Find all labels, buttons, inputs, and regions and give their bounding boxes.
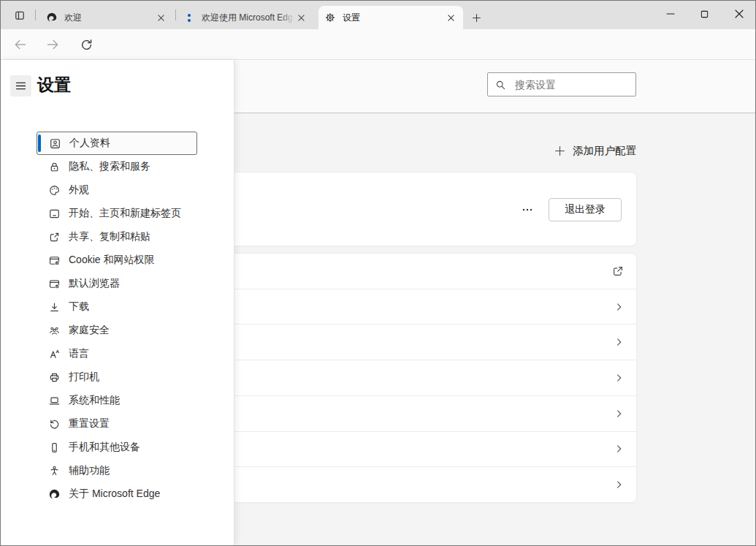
sidebar-item-accessibility[interactable]: 辅助功能 (37, 459, 197, 482)
sidebar-item-downloads[interactable]: 下载 (37, 295, 197, 319)
back-button[interactable] (10, 34, 31, 55)
browser-toolbar: Edge edge://settings/profiles (0, 29, 756, 60)
settings-search-box[interactable] (487, 72, 636, 96)
sidebar-item-privacy[interactable]: 隐私、搜索和服务 (37, 155, 197, 178)
tab-welcome-edge[interactable]: 欢迎使用 Microsoft Edg (177, 6, 313, 29)
sidebar-item-share[interactable]: 共享、复制和粘贴 (37, 225, 197, 249)
accessibility-icon (48, 465, 61, 477)
refresh-icon (80, 38, 93, 52)
sidebar-title: 设置 (37, 74, 71, 96)
layout-icon (48, 208, 61, 220)
title-fade (280, 12, 294, 24)
palette-icon (48, 184, 61, 197)
tab-title: 设置 (343, 12, 444, 24)
tab-bar: 欢迎 欢迎使用 Microsoft Edg 设置 (0, 0, 756, 29)
hamburger-icon (15, 80, 27, 92)
minimize-button[interactable] (653, 0, 687, 28)
chevron-right-icon (614, 337, 625, 348)
window-controls (653, 0, 756, 29)
plus-icon (554, 145, 566, 157)
external-link-icon (611, 265, 625, 278)
printer-icon (48, 371, 61, 384)
search-icon (495, 79, 506, 91)
settings-sidebar: 设置 个人资料 隐私、搜索和服务 外观 开始、主页和新建标签 (0, 60, 234, 546)
close-tab-icon[interactable] (294, 11, 308, 24)
selected-accent-bar (38, 134, 41, 152)
tab-separator (35, 10, 36, 20)
phone-icon (48, 441, 61, 454)
sidebar-item-languages[interactable]: 语言 (37, 342, 197, 365)
add-profile-button[interactable]: 添加用户配置 (554, 141, 636, 160)
sidebar-item-profiles[interactable]: 个人资料 (37, 132, 197, 155)
sidebar-item-about[interactable]: 关于 Microsoft Edge (37, 482, 197, 506)
sidebar-item-system[interactable]: 系统和性能 (37, 389, 197, 412)
refresh-button[interactable] (76, 34, 96, 55)
laptop-icon (48, 395, 61, 407)
translate-icon (48, 348, 61, 360)
menu-toggle-button[interactable] (10, 75, 31, 96)
minimize-icon (666, 10, 675, 18)
sidebar-item-printers[interactable]: 打印机 (37, 365, 197, 389)
settings-page: 添加用户配置 退出登录 (0, 60, 756, 546)
forward-icon (45, 37, 60, 52)
family-icon (48, 325, 61, 337)
chevron-right-icon (614, 479, 625, 490)
sidebar-item-appearance[interactable]: 外观 (37, 178, 197, 202)
more-icon (521, 203, 534, 216)
maximize-button[interactable] (687, 0, 722, 28)
chevron-right-icon (614, 408, 625, 419)
sidebar-item-family[interactable]: 家庭安全 (37, 319, 197, 342)
search-input[interactable] (513, 78, 629, 91)
chevron-right-icon (614, 444, 625, 455)
reset-icon (48, 418, 61, 431)
blue-dots-favicon (183, 12, 195, 23)
profile-card-icon (49, 137, 61, 150)
close-window-button[interactable] (722, 0, 756, 28)
new-tab-button[interactable] (466, 7, 486, 28)
back-icon (13, 37, 28, 52)
sidebar-item-cookies[interactable]: Cookie 和网站权限 (37, 249, 197, 272)
tab-settings[interactable]: 设置 (318, 6, 463, 29)
sidebar-item-start-home[interactable]: 开始、主页和新建标签页 (37, 202, 197, 225)
new-tab-icon (471, 12, 482, 23)
close-icon (735, 10, 744, 18)
sign-out-button[interactable]: 退出登录 (549, 198, 622, 221)
sidebar-item-reset[interactable]: 重置设置 (37, 412, 197, 436)
download-icon (48, 301, 61, 314)
tab-title: 欢迎 (64, 12, 154, 24)
sidebar-item-phone-devices[interactable]: 手机和其他设备 (37, 436, 197, 459)
tab-actions-icon (13, 9, 26, 22)
tab-separator (175, 10, 176, 20)
gear-icon (324, 12, 336, 23)
lock-icon (48, 161, 61, 173)
close-tab-icon[interactable] (154, 11, 167, 24)
cookies-icon (48, 254, 61, 267)
chevron-right-icon (614, 373, 625, 384)
sidebar-menu: 个人资料 隐私、搜索和服务 外观 开始、主页和新建标签页 共享、复制和粘贴 (0, 132, 234, 506)
tab-actions-button[interactable] (10, 6, 29, 25)
default-browser-icon (48, 278, 61, 290)
maximize-icon (700, 10, 709, 18)
profile-more-button[interactable] (516, 202, 539, 218)
forward-button[interactable] (42, 34, 63, 55)
close-tab-icon[interactable] (444, 11, 457, 24)
tab-title: 欢迎使用 Microsoft Edg (202, 12, 294, 24)
chevron-right-icon (614, 301, 625, 312)
edge-logo-icon (48, 488, 61, 501)
add-profile-label: 添加用户配置 (573, 144, 636, 158)
tab-welcome[interactable]: 欢迎 (40, 6, 173, 29)
edge-browser-window: 欢迎 欢迎使用 Microsoft Edg 设置 (0, 0, 756, 546)
edge-logo-icon (46, 12, 58, 23)
sidebar-item-default-browser[interactable]: 默认浏览器 (37, 272, 197, 295)
share-icon (48, 231, 61, 243)
